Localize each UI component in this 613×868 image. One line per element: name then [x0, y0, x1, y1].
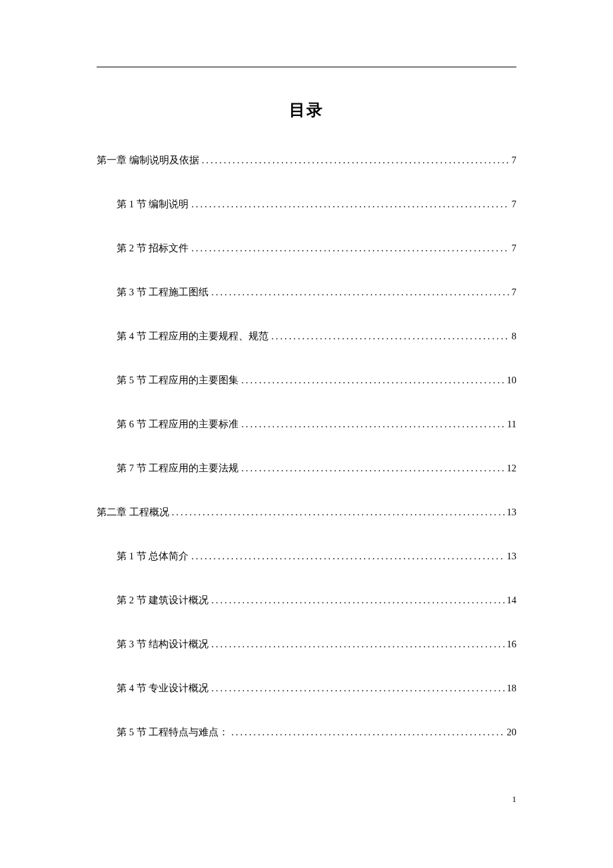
toc-leader-dots [211, 639, 504, 650]
toc-leader-dots [172, 507, 504, 518]
toc-entry: 第 1 节 总体简介 13 [97, 550, 516, 563]
toc-entry-label: 第 1 节 总体简介 [117, 550, 189, 563]
toc-leader-dots [231, 727, 504, 738]
toc-entry-page: 7 [512, 199, 516, 210]
toc-entry-page: 7 [512, 287, 516, 298]
horizontal-rule [97, 67, 516, 67]
toc-leader-dots [241, 419, 504, 430]
toc-entry-label: 第 7 节 工程应用的主要法规 [117, 462, 239, 475]
toc-entry-label: 第 5 节 工程应用的主要图集 [117, 374, 239, 387]
toc-entry-label: 第 2 节 招标文件 [117, 242, 189, 255]
toc-entry-label: 第 3 节 结构设计概况 [117, 638, 209, 651]
toc-leader-dots [211, 595, 504, 606]
toc-entry-label: 第一章 编制说明及依据 [97, 154, 199, 167]
toc-entry: 第 5 节 工程特点与难点： 20 [97, 726, 516, 739]
toc-entry-label: 第 4 节 工程应用的主要规程、规范 [117, 330, 269, 343]
toc-entry-page: 20 [507, 727, 517, 738]
toc-entry: 第 6 节 工程应用的主要标准 11 [97, 418, 516, 431]
toc-leader-dots [211, 287, 509, 298]
table-of-contents: 第一章 编制说明及依据 7 第 1 节 编制说明 7 第 2 节 招标文件 7 … [97, 154, 516, 739]
toc-entry-page: 14 [507, 595, 517, 606]
toc-entry: 第 7 节 工程应用的主要法规 12 [97, 462, 516, 475]
toc-leader-dots [202, 155, 509, 166]
toc-entry-label: 第二章 工程概况 [97, 506, 169, 519]
toc-entry: 第 3 节 工程施工图纸 7 [97, 286, 516, 299]
toc-entry-page: 18 [507, 683, 517, 694]
toc-entry-page: 12 [507, 463, 517, 474]
toc-entry: 第 2 节 招标文件 7 [97, 242, 516, 255]
toc-entry-page: 13 [507, 551, 517, 562]
document-page: 目录 第一章 编制说明及依据 7 第 1 节 编制说明 7 第 2 节 招标文件… [0, 0, 613, 868]
toc-entry-page: 13 [507, 507, 517, 518]
toc-title: 目录 [97, 99, 516, 121]
toc-leader-dots [191, 243, 509, 254]
toc-entry: 第 1 节 编制说明 7 [97, 198, 516, 211]
toc-entry: 第 4 节 工程应用的主要规程、规范 8 [97, 330, 516, 343]
toc-entry: 第 3 节 结构设计概况 16 [97, 638, 516, 651]
toc-leader-dots [191, 551, 504, 562]
toc-entry-page: 11 [507, 419, 516, 430]
toc-leader-dots [271, 331, 509, 342]
toc-entry-page: 7 [512, 155, 516, 166]
toc-leader-dots [241, 375, 504, 386]
toc-entry-label: 第 2 节 建筑设计概况 [117, 594, 209, 607]
toc-leader-dots [191, 199, 509, 210]
toc-entry-page: 8 [512, 331, 516, 342]
toc-leader-dots [211, 683, 504, 694]
toc-entry: 第 2 节 建筑设计概况 14 [97, 594, 516, 607]
toc-entry-page: 16 [507, 639, 517, 650]
page-number: 1 [512, 794, 517, 805]
toc-entry: 第二章 工程概况 13 [97, 506, 516, 519]
toc-leader-dots [241, 463, 504, 474]
toc-entry-label: 第 3 节 工程施工图纸 [117, 286, 209, 299]
toc-entry-label: 第 6 节 工程应用的主要标准 [117, 418, 239, 431]
toc-entry-label: 第 4 节 专业设计概况 [117, 682, 209, 695]
toc-entry-page: 7 [512, 243, 516, 254]
toc-entry-page: 10 [507, 375, 517, 386]
toc-entry-label: 第 5 节 工程特点与难点： [117, 726, 229, 739]
toc-entry: 第 5 节 工程应用的主要图集 10 [97, 374, 516, 387]
toc-entry: 第一章 编制说明及依据 7 [97, 154, 516, 167]
toc-entry: 第 4 节 专业设计概况 18 [97, 682, 516, 695]
toc-entry-label: 第 1 节 编制说明 [117, 198, 189, 211]
